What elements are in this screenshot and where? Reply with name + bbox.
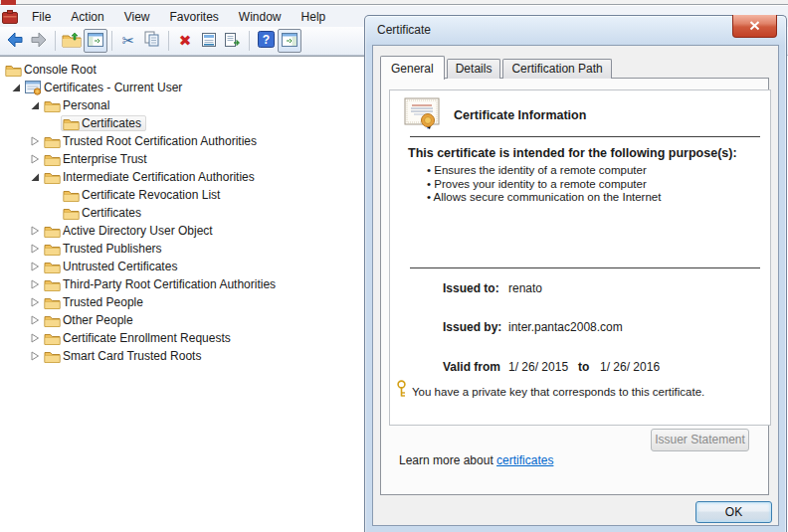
collapse-icon[interactable] xyxy=(27,297,42,307)
expand-icon[interactable] xyxy=(8,83,23,92)
show-action-pane-button[interactable] xyxy=(278,29,301,53)
tree-item-label: Trusted Publishers xyxy=(63,242,162,256)
delete-icon: ✖ xyxy=(179,32,192,50)
tree-item-active-directory-user-object[interactable]: Active Directory User Object xyxy=(0,222,368,240)
issuer-statement-button[interactable]: Issuer Statement xyxy=(651,429,749,451)
tree-item-body[interactable]: Third-Party Root Certification Authoriti… xyxy=(42,276,281,292)
collapse-icon[interactable] xyxy=(27,136,42,146)
purpose-item: Allows secure communication on the Inter… xyxy=(427,191,661,205)
console-tree-panel[interactable]: Console RootCertificates - Current UserP… xyxy=(0,56,368,532)
tree-item-body[interactable]: Other People xyxy=(42,312,138,328)
selected-tree-item[interactable]: Certificates xyxy=(61,115,146,131)
certificate-icon xyxy=(404,97,444,133)
folder-icon xyxy=(44,277,63,291)
tree-item-body[interactable]: Certificates xyxy=(61,205,146,221)
tree-item-body[interactable]: Untrusted Certificates xyxy=(42,259,182,274)
copy-icon xyxy=(143,31,161,51)
folder-icon xyxy=(5,63,24,77)
collapse-icon[interactable] xyxy=(27,279,42,289)
tree-item-label: Certificates xyxy=(82,116,141,130)
certificate-information-title: Certificate Information xyxy=(454,108,586,122)
folder-icon xyxy=(44,331,63,345)
collapse-icon[interactable] xyxy=(27,244,42,254)
tab-certification-path[interactable]: Certification Path xyxy=(502,59,611,79)
menu-view[interactable]: View xyxy=(114,7,160,27)
collapse-icon[interactable] xyxy=(27,333,42,343)
tree-item-body[interactable]: Certificate Revocation List xyxy=(61,187,225,203)
tree-item-other-people[interactable]: Other People xyxy=(0,311,368,329)
tree-item-smart-card-trusted-roots[interactable]: Smart Card Trusted Roots xyxy=(0,347,368,365)
tree-item-certificates-current-user[interactable]: Certificates - Current User xyxy=(0,79,368,96)
copy-button[interactable] xyxy=(140,29,164,53)
delete-button[interactable]: ✖ xyxy=(173,29,197,53)
folder-icon xyxy=(44,170,63,184)
tree-item-console-root[interactable]: Console Root xyxy=(0,61,368,79)
menu-file[interactable]: File xyxy=(22,7,61,27)
back-button[interactable] xyxy=(3,29,27,53)
collapse-icon[interactable] xyxy=(27,262,42,271)
tree-item-body[interactable]: Trusted People xyxy=(42,294,148,310)
ok-button[interactable]: OK xyxy=(695,501,772,523)
menu-favorites[interactable]: Favorites xyxy=(160,7,229,27)
tree-item-body[interactable]: Personal xyxy=(42,97,114,113)
general-tab-page: Certificate Information This certificate… xyxy=(380,78,769,495)
tree-item-certificates[interactable]: Certificates xyxy=(0,114,368,132)
export-list-button[interactable] xyxy=(221,29,245,53)
expand-icon[interactable] xyxy=(27,172,42,182)
tree-item-label: Certificates xyxy=(82,206,141,220)
tree-item-trusted-root-certification-authorities[interactable]: Trusted Root Certification Authorities xyxy=(0,132,368,150)
tree-item-label: Intermediate Certification Authorities xyxy=(63,170,255,184)
expand-icon[interactable] xyxy=(27,100,42,110)
tree-item-enterprise-trust[interactable]: Enterprise Trust xyxy=(0,150,368,168)
purpose-item: Proves your identity to a remote compute… xyxy=(427,178,661,192)
tree-item-label: Trusted People xyxy=(63,295,143,309)
folder-icon xyxy=(63,188,82,202)
menu-help[interactable]: Help xyxy=(292,7,336,27)
forward-button[interactable] xyxy=(27,29,51,53)
up-one-level-button[interactable] xyxy=(60,29,84,53)
properties-button[interactable] xyxy=(197,29,221,53)
tree-item-certificates[interactable]: Certificates xyxy=(0,204,368,222)
tree-item-personal[interactable]: Personal xyxy=(0,96,368,114)
folder-icon xyxy=(44,295,63,309)
tree-item-certificate-revocation-list[interactable]: Certificate Revocation List xyxy=(0,186,368,204)
tree-item-trusted-people[interactable]: Trusted People xyxy=(0,293,368,311)
issued-to-label: Issued to: xyxy=(443,281,499,295)
tree-item-intermediate-certification-authorities[interactable]: Intermediate Certification Authorities xyxy=(0,168,368,186)
export-list-icon xyxy=(224,32,242,51)
tree-item-body[interactable]: Intermediate Certification Authorities xyxy=(42,169,260,185)
tree-item-body[interactable]: Smart Card Trusted Roots xyxy=(42,348,206,364)
collapse-icon[interactable] xyxy=(27,351,42,361)
tree-item-label: Certificates - Current User xyxy=(44,81,182,94)
certificates-link[interactable]: certificates xyxy=(496,453,553,467)
tree-item-body[interactable]: Console Root xyxy=(3,62,101,78)
tab-general[interactable]: General xyxy=(380,56,445,80)
cut-button[interactable]: ✂ xyxy=(116,29,140,53)
tab-strip: GeneralDetailsCertification Path xyxy=(380,56,614,79)
close-button[interactable] xyxy=(732,15,777,38)
tree-item-body[interactable]: Certificates - Current User xyxy=(23,80,187,96)
collapse-icon[interactable] xyxy=(27,154,42,164)
tree-item-body[interactable]: Certificate Enrollment Requests xyxy=(42,330,236,346)
menu-window[interactable]: Window xyxy=(229,7,292,27)
dialog-client-area: GeneralDetailsCertification Path xyxy=(372,45,779,526)
show-console-tree-button[interactable] xyxy=(84,29,107,53)
tree-item-label: Third-Party Root Certification Authoriti… xyxy=(63,277,276,291)
collapse-icon[interactable] xyxy=(27,226,42,236)
tree-item-body[interactable]: Enterprise Trust xyxy=(42,151,152,167)
collapse-icon[interactable] xyxy=(27,315,42,325)
tree-item-body[interactable]: Trusted Root Certification Authorities xyxy=(42,133,262,149)
tree-item-body[interactable]: Active Directory User Object xyxy=(42,223,218,239)
tree-item-label: Enterprise Trust xyxy=(63,152,147,166)
toolbar-separator xyxy=(55,31,56,51)
tree-item-untrusted-certificates[interactable]: Untrusted Certificates xyxy=(0,258,368,275)
tree-item-certificate-enrollment-requests[interactable]: Certificate Enrollment Requests xyxy=(0,329,368,347)
tree-item-trusted-publishers[interactable]: Trusted Publishers xyxy=(0,240,368,258)
tree-item-label: Active Directory User Object xyxy=(63,224,213,238)
menu-action[interactable]: Action xyxy=(61,7,113,27)
tree-item-third-party-root-certification-authorities[interactable]: Third-Party Root Certification Authoriti… xyxy=(0,275,368,293)
help-button[interactable]: ? xyxy=(254,29,278,53)
tab-details[interactable]: Details xyxy=(447,59,501,79)
tree-item-body[interactable]: Trusted Publishers xyxy=(42,241,167,257)
help-icon: ? xyxy=(258,31,275,51)
